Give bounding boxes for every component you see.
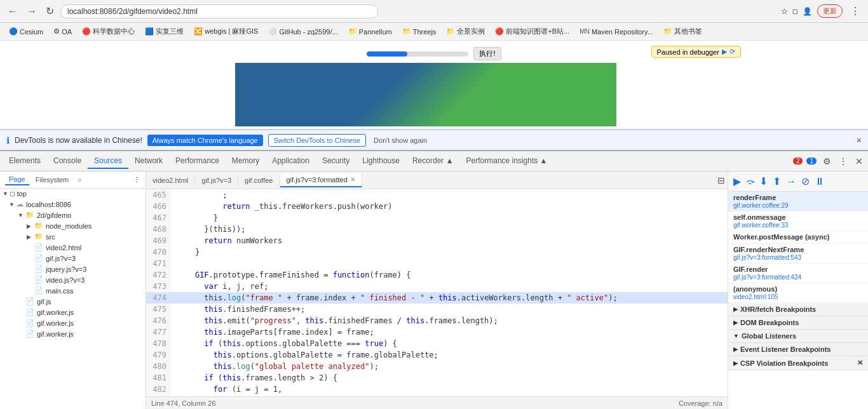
profile-icon[interactable]: 👤 xyxy=(803,7,812,16)
tab-network[interactable]: Network xyxy=(128,154,169,169)
tree-item-maincss[interactable]: ▶ 📄 main.css xyxy=(0,285,146,296)
section-label: Global Listeners xyxy=(742,332,796,340)
bookmark-maven[interactable]: MN Maven Repository... xyxy=(576,27,657,37)
bookmark-threejs[interactable]: 📁 Threejs xyxy=(398,26,440,37)
step-button[interactable]: → xyxy=(785,175,797,189)
bookmark-pannellum[interactable]: 📁 Pannellum xyxy=(344,26,396,37)
call-item-renderframe[interactable]: renderFrame gif.worker.coffee:29 xyxy=(728,192,868,211)
close-csp-icon[interactable]: ✕ xyxy=(857,359,863,367)
close-devtools-button[interactable]: ✕ xyxy=(853,155,865,168)
code-text xyxy=(172,258,177,269)
collapse-panel-btn[interactable]: ⊟ xyxy=(715,174,728,187)
filetree-options-icon[interactable]: ⋮ xyxy=(133,176,140,184)
tab-recorder[interactable]: Recorder ▲ xyxy=(406,154,460,169)
deactivate-button[interactable]: ⊘ xyxy=(800,174,811,189)
tab-lighthouse[interactable]: Lighthouse xyxy=(356,154,406,169)
call-item-rendernextframe[interactable]: GIF.renderNextFrame gif.js?v=3:formatted… xyxy=(728,244,868,264)
tree-item-src[interactable]: ▶ 📁 src xyxy=(0,231,146,242)
filetree-tab-page[interactable]: Page xyxy=(5,174,29,185)
progress-fill xyxy=(367,51,407,57)
tree-item-gifjs-top[interactable]: ▶ 📄 gif.js xyxy=(0,296,146,307)
tree-item-jquery[interactable]: ▶ 📄 jquery.js?v=3 xyxy=(0,264,146,274)
bookmark-label: 其他书签 xyxy=(674,27,702,36)
tree-item-videojs[interactable]: ▶ 📄 video.js?v=3 xyxy=(0,274,146,285)
tree-item-video2[interactable]: ▶ 📄 video2.html xyxy=(0,242,146,253)
tab-perf-insights[interactable]: Performance insights ▲ xyxy=(460,154,554,169)
exec-button[interactable]: 执行! xyxy=(473,47,501,60)
bookmark-knowledge[interactable]: 🔴 前端知识图谱+B站... xyxy=(491,25,573,37)
tree-label: main.css xyxy=(46,287,73,295)
bookmark-others[interactable]: 📁 其他书签 xyxy=(660,25,706,37)
step-into-button[interactable]: ⬇ xyxy=(758,174,769,189)
bookmark-science[interactable]: 🔴 科学数据中心 xyxy=(78,25,139,37)
event-listener-breakpoints-header[interactable]: ▶ Event Listener Breakpoints xyxy=(728,343,868,356)
filetree-tab-filesystem[interactable]: Filesystem xyxy=(32,175,73,185)
star-icon[interactable]: ☆ xyxy=(781,7,788,16)
bookmark-panorama[interactable]: 📁 全景实例 xyxy=(442,25,489,37)
dom-breakpoints-header[interactable]: ▶ DOM Breakpoints xyxy=(728,316,868,330)
pause-button[interactable]: ⏸ xyxy=(813,175,826,189)
bookmark-webgis[interactable]: 🔀 webgis | 麻辣GIS xyxy=(190,25,262,37)
bookmark-3d[interactable]: 🟦 实复三维 xyxy=(141,25,187,37)
tab-application[interactable]: Application xyxy=(266,154,316,169)
dont-show-link[interactable]: Don't show again xyxy=(374,137,427,144)
call-file: video2.html:105 xyxy=(733,293,863,300)
csp-breakpoints-header[interactable]: ▶ CSP Violation Breakpoints ✕ xyxy=(728,356,868,370)
settings-button[interactable]: ⚙ xyxy=(820,155,834,168)
devtools-tabs: Elements Console Sources Network Perform… xyxy=(0,151,868,171)
tree-label: gif.js?v=3 xyxy=(46,255,76,262)
step-over-button[interactable]: ⤼ xyxy=(745,174,756,189)
tree-item-gifworker2[interactable]: ▶ 📄 gif.worker.js xyxy=(0,318,146,328)
file-icon: 📄 xyxy=(25,330,34,338)
more-tabs-icon[interactable]: » xyxy=(78,176,81,184)
tree-item-gifdemo[interactable]: ▼ 📁 2d/gifdemo xyxy=(0,210,146,220)
window-icon[interactable]: □ xyxy=(793,7,797,16)
more-icon[interactable]: ⋮ xyxy=(848,4,863,18)
bookmark-folder-icon: 📁 xyxy=(348,27,357,36)
resume-icon[interactable]: ▶ xyxy=(722,48,727,56)
more-options-button[interactable]: ⋮ xyxy=(836,155,850,168)
tab-elements[interactable]: Elements xyxy=(3,154,47,169)
tree-item-localhost[interactable]: ▼ ☁ localhost:8086 xyxy=(0,199,146,210)
code-tab-close[interactable]: ✕ xyxy=(350,176,355,183)
code-tab-gifcoffee[interactable]: gif.coffee xyxy=(238,174,280,187)
call-item-anonymous[interactable]: (anonymous) video2.html:105 xyxy=(728,283,868,303)
step-icon[interactable]: ⟳ xyxy=(729,48,735,56)
call-item-postmessage[interactable]: Worker.postMessage (async) xyxy=(728,231,868,244)
tree-item-gifworker3[interactable]: ▶ 📄 gif.worker.js xyxy=(0,328,146,339)
code-tab-gifjs[interactable]: gif.js?v=3 xyxy=(195,174,238,187)
resume-button[interactable]: ▶ xyxy=(732,174,742,189)
update-button[interactable]: 更新 xyxy=(817,4,843,18)
call-item-render[interactable]: GIF.render gif.js?v=3:formatted:424 xyxy=(728,264,868,283)
back-button[interactable]: ← xyxy=(5,4,20,18)
forward-button[interactable]: → xyxy=(24,4,39,18)
tree-label: top xyxy=(17,190,27,198)
tab-sources[interactable]: Sources xyxy=(88,154,128,169)
notification-close[interactable]: × xyxy=(857,135,862,145)
tree-item-gifworker1[interactable]: ▶ 📄 gif.worker.js xyxy=(0,307,146,318)
tree-label: video2.html xyxy=(46,244,81,251)
tab-performance[interactable]: Performance xyxy=(169,154,226,169)
call-name: (anonymous) xyxy=(733,285,863,293)
step-out-button[interactable]: ⬆ xyxy=(771,174,782,189)
code-tab-video2[interactable]: video2.html xyxy=(146,174,195,187)
tree-item-gifjs[interactable]: ▶ 📄 gif.js?v=3 xyxy=(0,253,146,264)
tree-item-top[interactable]: ▼ □ top xyxy=(0,189,146,199)
code-content[interactable]: 465 ; 466 return _this.freeWorkers.push(… xyxy=(146,189,728,396)
call-item-onmessage[interactable]: self.onmessage gif.worker.coffee:33 xyxy=(728,211,868,231)
code-tab-formatted[interactable]: gif.js?v=3:formatted ✕ xyxy=(280,173,362,187)
tab-memory[interactable]: Memory xyxy=(226,154,266,169)
switch-chinese-button[interactable]: Switch DevTools to Chinese xyxy=(268,134,366,147)
bookmark-oa[interactable]: ⚙ OA xyxy=(50,26,76,37)
tab-console[interactable]: Console xyxy=(47,154,88,169)
xhr-breakpoints-header[interactable]: ▶ XHR/fetch Breakpoints xyxy=(728,303,868,316)
tree-label: gif.worker.js xyxy=(37,319,74,327)
tree-item-node-modules[interactable]: ▶ 📁 node_modules xyxy=(0,220,146,231)
refresh-button[interactable]: ↻ xyxy=(43,4,57,18)
address-bar[interactable]: localhost:8086/2d/gifdemo/video2.html xyxy=(60,4,378,18)
bookmark-cesium[interactable]: 🔵 Cesium xyxy=(5,26,47,37)
bookmark-github[interactable]: ⚪ GitHub - zq2599/... xyxy=(264,26,341,37)
tab-security[interactable]: Security xyxy=(316,154,356,169)
match-language-button[interactable]: Always match Chrome's language xyxy=(147,135,263,146)
global-listeners-header[interactable]: ▼ Global Listeners xyxy=(728,330,868,343)
